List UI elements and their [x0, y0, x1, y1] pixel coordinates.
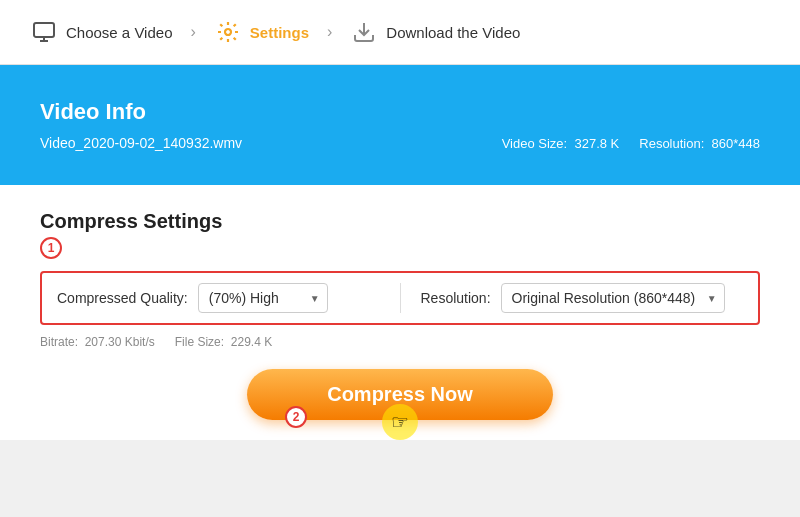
nav-arrow-2: ›	[327, 23, 332, 41]
compress-btn-wrapper: Compress Now 2 ☞	[40, 369, 760, 420]
video-meta: Video Size: 327.8 K Resolution: 860*448	[502, 136, 760, 151]
setting-divider	[400, 283, 401, 313]
settings-spin-icon	[214, 18, 242, 46]
video-filename: Video_2020-09-02_140932.wmv	[40, 135, 242, 151]
resolution-value: 860*448	[712, 136, 760, 151]
quality-group: Compressed Quality: (70%) High	[57, 283, 380, 313]
compress-settings-title: Compress Settings	[40, 210, 760, 233]
step-2-badge: 2	[285, 406, 307, 428]
resolution-select-wrapper[interactable]: Original Resolution (860*448)	[501, 283, 725, 313]
quality-label: Compressed Quality:	[57, 290, 188, 306]
nav-arrow-1: ›	[190, 23, 195, 41]
quality-select[interactable]: (70%) High	[198, 283, 328, 313]
svg-rect-0	[34, 23, 54, 37]
video-info-row: Video_2020-09-02_140932.wmv Video Size: …	[40, 135, 760, 151]
nav-settings-label: Settings	[250, 24, 309, 41]
nav-step-settings[interactable]: Settings	[214, 18, 309, 46]
video-size-value: 327.8 K	[574, 136, 619, 151]
resolution-select[interactable]: Original Resolution (860*448)	[501, 283, 725, 313]
main-content: Compress Settings 1 Compressed Quality: …	[0, 185, 800, 440]
monitor-icon	[30, 18, 58, 46]
video-info-banner: Video Info Video_2020-09-02_140932.wmv V…	[0, 65, 800, 185]
download-icon	[350, 18, 378, 46]
nav-choose-label: Choose a Video	[66, 24, 172, 41]
bitrate-value: 207.30 Kbit/s	[85, 335, 155, 349]
video-info-title: Video Info	[40, 99, 760, 125]
cursor-indicator: ☞	[382, 404, 418, 440]
resolution-label: Resolution: 860*448	[639, 136, 760, 151]
resolution-setting-label: Resolution:	[421, 290, 491, 306]
nav-step-download[interactable]: Download the Video	[350, 18, 520, 46]
bitrate-row: Bitrate: 207.30 Kbit/s File Size: 229.4 …	[40, 335, 760, 349]
settings-row: Compressed Quality: (70%) High Resolutio…	[40, 271, 760, 325]
nav-download-label: Download the Video	[386, 24, 520, 41]
filesize-info: File Size: 229.4 K	[175, 335, 272, 349]
bitrate-info: Bitrate: 207.30 Kbit/s	[40, 335, 155, 349]
quality-select-wrapper[interactable]: (70%) High	[198, 283, 328, 313]
cursor-icon: ☞	[391, 410, 409, 434]
video-size-label: Video Size: 327.8 K	[502, 136, 620, 151]
filesize-value: 229.4 K	[231, 335, 272, 349]
svg-point-2	[225, 29, 231, 35]
top-navigation: Choose a Video › Settings › Download the…	[0, 0, 800, 65]
resolution-group: Resolution: Original Resolution (860*448…	[421, 283, 744, 313]
nav-step-choose[interactable]: Choose a Video	[30, 18, 172, 46]
step-1-badge: 1	[40, 237, 62, 259]
